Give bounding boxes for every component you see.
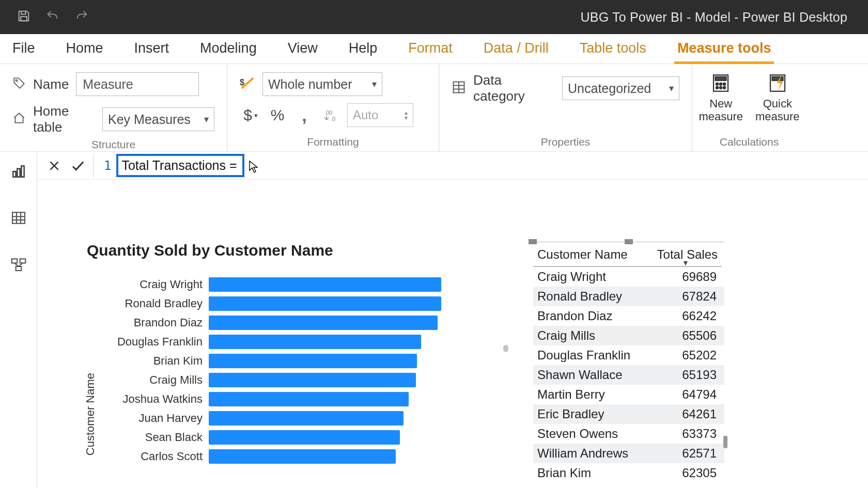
sort-descending-icon: ▼ [682, 259, 689, 267]
home-icon [12, 112, 26, 127]
bar-label: Craig Wright [100, 278, 209, 291]
svg-rect-22 [12, 212, 25, 223]
cell-customer-name: Craig Mills [533, 326, 649, 345]
stepper-icon: ▴▾ [405, 110, 408, 120]
table-row[interactable]: Craig Mills65506 [533, 326, 724, 345]
bar-chart-visual[interactable]: Quantity Sold by Customer Name Customer … [84, 242, 513, 466]
new-measure-button[interactable]: New measure [699, 72, 743, 123]
ribbon-tabs: File Home Insert Modeling View Help Form… [0, 34, 868, 64]
tab-table-tools[interactable]: Table tools [577, 40, 649, 64]
title-bar: UBG To Power BI - Model - Power BI Deskt… [0, 0, 868, 34]
bar-label: Sean Black [100, 431, 209, 444]
decimal-places-button[interactable]: .00.0 [320, 104, 342, 126]
tab-file[interactable]: File [9, 40, 38, 64]
tab-measure-tools[interactable]: Measure tools [674, 40, 774, 64]
cell-customer-name: Brandon Diaz [533, 306, 649, 326]
table-row[interactable]: Douglas Franklin65202 [533, 345, 724, 365]
bar-label: Joshua Watkins [100, 392, 209, 406]
table-row[interactable]: Brandon Diaz66242 [533, 306, 724, 326]
table-row[interactable]: Steven Owens63373 [533, 424, 724, 444]
table-row[interactable]: Shawn Wallace65193 [533, 365, 724, 385]
model-view-button[interactable] [8, 254, 29, 275]
tab-format[interactable]: Format [405, 40, 456, 64]
save-icon[interactable] [17, 9, 31, 25]
table-visual[interactable]: Customer Name Total Sales ▼ Craig Wright… [533, 242, 724, 483]
format-type-select[interactable]: Whole number▾ [262, 72, 382, 96]
percent-button[interactable]: % [267, 104, 288, 126]
tab-insert[interactable]: Insert [131, 40, 173, 64]
bar-row[interactable]: Craig Mills [100, 370, 452, 389]
bar-label: Craig Mills [100, 373, 209, 387]
table-row[interactable]: Craig Wright69689 [533, 267, 724, 287]
tab-view[interactable]: View [285, 40, 321, 64]
chevron-down-icon: ▾ [372, 78, 377, 90]
cell-customer-name: Brian Kim [533, 463, 649, 483]
formula-cancel-button[interactable] [42, 154, 66, 178]
chart-scrollbar-thumb[interactable] [503, 345, 508, 352]
redo-icon[interactable] [74, 9, 89, 25]
cell-total-sales: 65506 [649, 326, 722, 345]
divider [93, 154, 94, 178]
table-row[interactable]: Martin Berry64794 [533, 385, 724, 404]
cell-customer-name: Eric Bradley [533, 404, 649, 424]
bar-row[interactable]: Brandon Diaz [100, 313, 452, 332]
bar-row[interactable]: Brian Kim [100, 351, 452, 370]
chevron-down-icon: ▾ [669, 83, 674, 94]
bar-row[interactable]: Douglas Franklin [100, 332, 452, 351]
ribbon-body: Name Home table Key Measures▾ Structure … [0, 64, 868, 152]
bar-row[interactable]: Carlos Scott [100, 447, 452, 466]
svg-rect-18 [772, 77, 783, 81]
bar-label: Carlos Scott [100, 450, 209, 463]
svg-point-14 [716, 87, 718, 89]
measure-name-input[interactable] [76, 72, 199, 96]
tab-data-drill[interactable]: Data / Drill [481, 40, 552, 64]
table-row[interactable]: Ronald Bradley67824 [533, 287, 724, 306]
table-row[interactable]: William Andrews62571 [533, 444, 724, 463]
formula-input[interactable]: Total Transactions = [116, 154, 244, 177]
decimal-auto-stepper[interactable]: Auto ▴▾ [347, 103, 413, 127]
home-table-select[interactable]: Key Measures▾ [102, 107, 214, 131]
cell-customer-name: Ronald Bradley [533, 287, 649, 306]
svg-text:.0: .0 [331, 116, 335, 122]
currency-button[interactable]: $▾ [240, 104, 261, 126]
quick-measure-button[interactable]: Quick measure [755, 72, 800, 123]
data-view-button[interactable] [8, 208, 29, 228]
svg-rect-19 [13, 171, 16, 177]
cell-total-sales: 62305 [649, 463, 722, 483]
svg-rect-21 [21, 166, 24, 177]
cell-total-sales: 67824 [649, 287, 722, 306]
cell-customer-name: Martin Berry [533, 385, 649, 404]
cell-customer-name: Steven Owens [533, 424, 649, 444]
group-label-formatting: Formatting [240, 136, 426, 148]
svg-text:.00: .00 [324, 109, 332, 116]
resize-handle[interactable] [625, 239, 633, 244]
data-category-select[interactable]: Uncategorized▾ [562, 76, 679, 100]
table-row[interactable]: Eric Bradley64261 [533, 404, 724, 424]
bar-row[interactable]: Joshua Watkins [100, 389, 452, 408]
svg-rect-10 [716, 77, 726, 81]
table-header-total-sales[interactable]: Total Sales ▼ [649, 242, 722, 267]
undo-icon[interactable] [45, 9, 60, 25]
report-canvas[interactable]: Quantity Sold by Customer Name Customer … [37, 180, 868, 488]
tab-modeling[interactable]: Modeling [197, 40, 260, 64]
bar-row[interactable]: Sean Black [100, 428, 452, 447]
resize-handle[interactable] [529, 239, 537, 244]
thousands-separator-button[interactable]: , [293, 104, 315, 126]
group-label-structure: Structure [12, 138, 214, 151]
report-view-button[interactable] [8, 161, 29, 182]
tab-home[interactable]: Home [63, 40, 106, 64]
svg-rect-20 [17, 169, 20, 177]
table-header-customer-name[interactable]: Customer Name [533, 242, 649, 267]
cell-total-sales: 64794 [649, 385, 722, 404]
formula-commit-button[interactable] [66, 154, 90, 178]
bar-label: Brian Kim [100, 354, 209, 368]
table-scrollbar-thumb[interactable] [723, 436, 727, 448]
bar-row[interactable]: Juan Harvey [100, 408, 452, 428]
tab-help[interactable]: Help [346, 40, 381, 64]
bar-row[interactable]: Ronald Bradley [100, 294, 452, 313]
bar-label: Douglas Franklin [100, 335, 209, 349]
mouse-cursor-icon [249, 160, 259, 174]
bar-label: Brandon Diaz [100, 316, 209, 329]
table-row[interactable]: Brian Kim62305 [533, 463, 724, 483]
bar-row[interactable]: Craig Wright [100, 275, 452, 294]
